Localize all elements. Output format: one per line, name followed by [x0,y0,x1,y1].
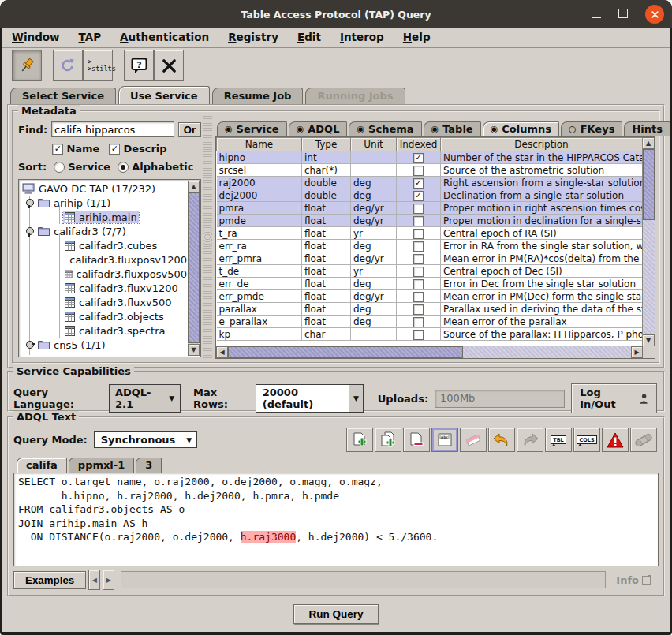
table-row[interactable]: kpchar Source of the parallax: H Hipparc… [217,328,643,341]
indexed-checkbox[interactable] [413,204,424,214]
scroll-left-button[interactable]: ◀ [216,346,228,358]
max-rows-select[interactable]: 20000 (default) ▼ [256,384,364,413]
indexed-checkbox[interactable]: ✓ [413,191,424,201]
scroll-down-button[interactable]: ▼ [188,344,200,356]
prev-example-button[interactable]: ◀ [88,570,100,590]
next-example-button[interactable]: ▶ [103,570,114,590]
indexed-checkbox[interactable] [413,330,424,340]
edit-tab-califa[interactable]: califa [17,458,67,473]
tree-item-service[interactable]: GAVO DC TAP (17/232) [21,181,187,196]
menu-registry[interactable]: Registry [228,31,278,46]
insert-table-button[interactable]: TBL▲ [545,428,572,452]
rename-tab-button[interactable]: Abc [431,428,458,452]
table-row[interactable]: err_pmdefloatdeg/yr Mean error in PM(Dec… [217,290,643,303]
descrip-checkbox[interactable]: ✓ [109,144,120,155]
indexed-checkbox[interactable]: ✓ [413,178,424,189]
clear-text-button[interactable] [460,428,487,452]
indexed-checkbox[interactable] [413,304,424,315]
menu-edit[interactable]: Edit [297,31,321,46]
table-row[interactable]: dej2000doubledeg ✓ Declination from a si… [217,189,643,202]
minimize-button[interactable] [592,9,601,21]
tab-table[interactable]: ◉Table [424,121,481,136]
tree-item-table-fluxposv1200[interactable]: califadr3.fluxposv1200 [21,252,187,267]
stilts-button[interactable]: > >stilts [83,50,113,81]
indexed-checkbox[interactable] [413,241,424,252]
help-button[interactable]: ? [124,50,154,81]
run-query-button[interactable]: Run Query [293,604,378,624]
name-checkbox-item[interactable]: ✓ Name [52,143,99,155]
split-pane-divider[interactable] [203,112,212,362]
tree-item-table-fluxposv500[interactable]: califadr3.fluxposv500 [21,267,187,281]
tree-item-table-fluxv1200[interactable]: califadr3.fluxv1200 [21,281,187,295]
indexed-checkbox[interactable]: ✓ [413,153,424,163]
table-row[interactable]: err_defloatdeg Error in Dec from the sin… [217,278,643,290]
query-mode-select[interactable]: Synchronous ▼ [94,431,198,448]
query-language-select[interactable]: ADQL-2.1 ▼ [109,384,181,413]
table-row[interactable]: e_parallaxfloatdeg Mean error of the par… [217,316,643,328]
table-row[interactable]: pmrafloatdeg/yr Proper motion in right a… [217,202,643,215]
tab-hints[interactable]: Hints [624,121,670,136]
scroll-right-button[interactable]: ▶ [631,346,643,358]
table-row[interactable]: raj2000doubledeg ✓ Right ascension from … [217,177,643,189]
tab-adql[interactable]: ◉ADQL [289,121,348,136]
table-row[interactable]: hipnoint ✓ Number of the star in the HIP… [217,151,643,164]
chevron-down-icon[interactable]: ▼ [349,385,363,412]
table-row[interactable]: t_rafloatyr Central epoch of RA (SI) [217,227,643,240]
table-vscroll-thumb[interactable] [643,149,655,220]
parse-error-button[interactable] [602,428,629,452]
tab-resume-job[interactable]: Resume Job [212,88,304,104]
indexed-checkbox[interactable] [413,267,424,277]
pin-window-button[interactable] [12,50,42,81]
tree-item-table-spectra[interactable]: califadr3.spectra [21,323,187,338]
descrip-checkbox-item[interactable]: ✓ Descrip [109,143,166,155]
tree-item-table-arihip-main[interactable]: arihip.main [21,210,187,224]
expander-icon[interactable] [26,199,34,207]
copy-tab-button[interactable] [375,428,401,452]
insert-columns-button[interactable]: COLS▲ [573,428,600,452]
tree-item-table-fluxv500[interactable]: califadr3.fluxv500 [21,295,187,309]
name-checkbox[interactable]: ✓ [52,144,63,155]
or-button[interactable]: Or [178,122,201,137]
table-row[interactable]: pmdefloatdeg/yr Proper motion in declina… [217,215,643,227]
tree-item-table-cubes[interactable]: califadr3.cubes [21,238,187,252]
tree-item-schema-cns5update[interactable]: cns5update (1/1) [21,352,187,355]
indexed-checkbox[interactable] [413,292,424,302]
reload-button[interactable] [53,50,83,81]
scroll-down-button[interactable]: ▼ [643,334,655,346]
remove-tab-button[interactable] [403,428,430,452]
table-row[interactable]: t_defloatyr Central epoch of Dec (SI) [217,265,643,278]
table-row[interactable]: err_rafloatdeg Error in RA from the sing… [217,240,643,252]
tab-schema[interactable]: ◉Schema [349,121,421,136]
table-row[interactable]: srcselchar(*) Source of the astrometric … [217,164,643,177]
indexed-checkbox[interactable] [413,254,424,264]
indexed-checkbox[interactable] [413,229,424,239]
menu-tap[interactable]: TAP [79,31,102,46]
tree-item-table-objects[interactable]: califadr3.objects [21,309,187,323]
indexed-checkbox[interactable] [413,279,424,289]
expander-icon[interactable] [26,227,34,235]
adql-editor[interactable]: SELECT o.target_name, o.raj2000, o.dej20… [13,473,659,566]
tree-item-schema-cns5[interactable]: cns5 (1/1) [21,338,187,352]
login-logout-button[interactable]: Log In/Out [571,383,657,413]
sort-service-radio-item[interactable]: Service [54,161,110,173]
close-window-button[interactable] [645,5,664,24]
sort-alphabetic-radio-item[interactable]: Alphabetic [118,161,193,173]
edit-tab-3[interactable]: 3 [136,458,162,473]
menu-interop[interactable]: Interop [340,31,384,46]
indexed-checkbox[interactable] [413,166,424,176]
tab-columns[interactable]: ◉Columns [483,121,559,136]
tree-item-schema-califadr3[interactable]: califadr3 (7/7) [21,224,187,238]
tree-item-schema-arihip[interactable]: arihip (1/1) [21,196,187,210]
table-hscroll-thumb[interactable] [228,346,463,358]
table-row[interactable]: parallaxfloatdeg Parallax used in derivi… [217,303,643,316]
sort-alphabetic-radio[interactable] [118,162,129,173]
expander-icon[interactable] [26,341,34,349]
menu-window[interactable]: Window [12,31,60,46]
scroll-up-button[interactable]: ▲ [643,137,655,149]
edit-tab-ppmxl-1[interactable]: ppmxl-1 [69,458,134,473]
tab-select-service[interactable]: Select Service [10,88,116,104]
tab-service[interactable]: ◉Service [217,121,287,136]
undo-button[interactable] [488,428,515,452]
tree-scrollbar-thumb[interactable] [188,192,200,343]
menu-authentication[interactable]: Authentication [120,31,209,46]
